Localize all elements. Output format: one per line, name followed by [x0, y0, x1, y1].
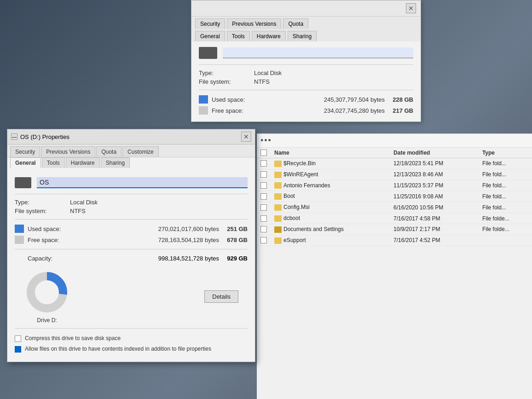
tab-hardware[interactable]: Hardware	[66, 157, 100, 168]
used-indicator-back	[199, 95, 208, 104]
title-bar-front: — OS (D:) Properties ✕	[7, 129, 255, 145]
folder-icon	[274, 193, 282, 200]
used-space-gb: 251 GB	[225, 226, 248, 232]
folder-icon	[274, 161, 282, 167]
file-name: Antonio Fernandes	[271, 180, 390, 191]
file-name: $Recycle.Bin	[271, 158, 390, 169]
tab-sharing[interactable]: Sharing	[101, 157, 130, 168]
header-checkbox[interactable]	[260, 150, 267, 156]
free-indicator-back	[199, 106, 208, 115]
type-value: Local Disk	[70, 199, 98, 206]
details-button[interactable]: Details	[204, 290, 238, 303]
tab-security[interactable]: Security	[10, 146, 40, 157]
toolbar-dots: •••	[260, 136, 272, 145]
tab-prev-versions[interactable]: Previous Versions	[41, 146, 95, 157]
row-checkbox[interactable]	[260, 237, 267, 243]
file-name: $WinREAgent	[271, 169, 390, 180]
separator2-back	[199, 90, 413, 90]
tab-general-back[interactable]: General	[195, 31, 225, 41]
used-indicator	[15, 225, 24, 233]
used-space-row: Used space: 270,021,017,600 bytes 251 GB	[15, 223, 248, 234]
table-row[interactable]: eSupport7/16/2017 4:52 PM	[257, 235, 532, 246]
file-table-body: $Recycle.Bin12/18/2023 5:41 PMFile fold.…	[257, 158, 532, 246]
tab-tools-back[interactable]: Tools	[227, 31, 250, 41]
file-name: Documents and Settings	[271, 224, 390, 235]
file-type: File fold...	[479, 202, 532, 213]
tab-quota-back[interactable]: Quota	[283, 18, 308, 29]
tab-quota[interactable]: Quota	[96, 146, 121, 157]
back-window-body: Type: Local Disk File system: NTFS Used …	[191, 41, 421, 121]
tab-tools[interactable]: Tools	[42, 157, 65, 168]
drive-header	[15, 177, 248, 188]
used-space-label: Used space:	[28, 226, 69, 232]
table-row[interactable]: Config.Msi6/16/2020 10:56 PMFile fold...	[257, 202, 532, 213]
properties-window-front: — OS (D:) Properties ✕ Security Previous…	[7, 129, 255, 362]
tab-customize[interactable]: Customize	[122, 146, 159, 157]
index-label: Allow files on this drive to have conten…	[25, 346, 211, 352]
tab-bar-row2: General Tools Hardware Sharing	[7, 157, 255, 170]
col-checkbox	[257, 148, 271, 158]
col-name: Name	[271, 148, 390, 158]
window-title: OS (D:) Properties	[20, 133, 69, 140]
tab-prev-versions-back[interactable]: Previous Versions	[227, 18, 281, 29]
folder-icon	[274, 215, 282, 222]
free-label-back: Free space:	[212, 107, 253, 114]
table-row[interactable]: $Recycle.Bin12/18/2023 5:41 PMFile fold.…	[257, 158, 532, 169]
separator-1	[15, 194, 248, 194]
free-gb-back: 217 GB	[390, 107, 413, 114]
minimize-button[interactable]: —	[11, 133, 17, 140]
table-row[interactable]: $WinREAgent12/13/2023 8:46 AMFile fold..…	[257, 169, 532, 180]
type-value-back: Local Disk	[254, 69, 282, 76]
tab-bar-back-2: General Tools Hardware Sharing	[191, 29, 421, 41]
tab-sharing-back[interactable]: Sharing	[288, 31, 317, 41]
table-row[interactable]: Antonio Fernandes11/15/2023 5:37 PMFile …	[257, 180, 532, 191]
row-checkbox[interactable]	[260, 215, 267, 222]
table-row[interactable]: dcboot7/16/2017 4:58 PMFile folde...	[257, 213, 532, 224]
tab-hardware-back[interactable]: Hardware	[252, 31, 286, 41]
file-date: 6/16/2020 10:56 PM	[390, 202, 479, 213]
checkbox-row-1: Compress this drive to save disk space	[15, 333, 248, 344]
used-gb-back: 228 GB	[390, 96, 413, 103]
file-type: File fold...	[479, 169, 532, 180]
separator-back	[199, 64, 413, 65]
fs-label: File system:	[15, 208, 70, 214]
used-bytes-back: 245,307,797,504 bytes	[253, 96, 390, 103]
row-checkbox[interactable]	[260, 160, 267, 167]
checkbox-row-2: Allow files on this drive to have conten…	[15, 344, 248, 354]
donut-chart	[24, 269, 70, 315]
table-row[interactable]: Documents and Settings10/9/2017 2:17 PMF…	[257, 224, 532, 235]
free-bytes-back: 234,027,745,280 bytes	[253, 107, 390, 114]
file-type: File fold...	[479, 158, 532, 169]
tab-general[interactable]: General	[10, 157, 41, 168]
row-checkbox[interactable]	[260, 226, 267, 232]
file-date: 7/16/2017 4:58 PM	[390, 213, 479, 224]
row-checkbox[interactable]	[260, 193, 267, 200]
file-type: File folde...	[479, 224, 532, 235]
drive-header-back	[199, 47, 413, 59]
col-type: Type	[479, 148, 532, 158]
drive-name-input[interactable]	[37, 177, 248, 188]
capacity-gb: 929 GB	[225, 255, 248, 262]
file-explorer: ••• Name Date modified Type $Recycle.Bin…	[257, 133, 532, 399]
close-button-front[interactable]: ✕	[241, 132, 251, 142]
used-space-bytes: 270,021,017,600 bytes	[69, 226, 225, 232]
properties-window-back: ✕ Security Previous Versions Quota Gener…	[191, 0, 421, 122]
compress-checkbox[interactable]	[15, 335, 21, 342]
close-button-back[interactable]: ✕	[406, 3, 416, 13]
table-row[interactable]: Boot11/25/2016 9:08 AMFile fold...	[257, 191, 532, 202]
separator-2	[15, 219, 248, 220]
tab-security-back[interactable]: Security	[195, 18, 225, 29]
checkbox-section: Compress this drive to save disk space A…	[15, 328, 248, 354]
folder-icon	[274, 172, 282, 178]
fs-label-back: File system:	[199, 78, 254, 85]
used-label-back: Used space:	[212, 96, 253, 103]
fs-value-back: NTFS	[254, 78, 270, 85]
index-checkbox[interactable]	[15, 346, 21, 353]
title-bar-back: ✕	[191, 0, 421, 17]
tab-bar-row1: Security Previous Versions Quota Customi…	[7, 145, 255, 157]
row-checkbox[interactable]	[260, 171, 267, 178]
folder-icon	[274, 204, 282, 211]
row-checkbox[interactable]	[260, 204, 267, 211]
row-checkbox[interactable]	[260, 182, 267, 189]
file-type: File fold...	[479, 180, 532, 191]
